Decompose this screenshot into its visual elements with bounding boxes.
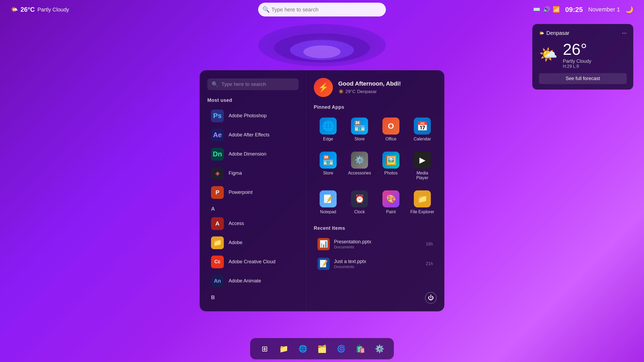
most-used-app-dn[interactable]: Dn Adobe Dimension	[207, 145, 299, 163]
figma-icon: ◈	[211, 167, 224, 180]
taskbar-store-button[interactable]: 🛍️	[352, 341, 368, 357]
taskbar-browser-button[interactable]: 🌐	[295, 341, 311, 357]
pinned-store[interactable]: 🏪 Store	[345, 114, 374, 145]
recent-item-2-left: 📝 Just a text.pptx Documents	[317, 257, 366, 270]
user-info: Good Afternoon, Abdi! ☀️ 29°C Denpasar	[338, 80, 401, 94]
store-label: Store	[354, 136, 365, 141]
recent-item-2-icon: 📝	[317, 257, 330, 270]
user-avatar: ⚡	[314, 78, 333, 97]
recent-item-2-time: 21h	[426, 261, 433, 266]
start-menu-right: ⚡ Good Afternoon, Abdi! ☀️ 29°C Denpasar…	[306, 70, 444, 311]
pinned-calendar[interactable]: 📅 Calendar	[408, 114, 437, 145]
mediaplayer-label: Media Player	[410, 170, 435, 180]
recent-item-2[interactable]: 📝 Just a text.pptx Documents 21h	[314, 254, 437, 273]
most-used-app-figma[interactable]: ◈ Figma	[207, 164, 299, 182]
weather-widget-hl: H:29 L:9	[563, 64, 591, 69]
power-button[interactable]: ⏻	[425, 292, 437, 303]
most-used-app-ppt[interactable]: P Powerpoint	[207, 183, 299, 201]
taskbar-edge-button[interactable]: 🌀	[333, 341, 349, 357]
topbar-search-icon: 🔍	[262, 6, 270, 13]
taskbar-folder-button[interactable]: 🗂️	[314, 341, 330, 357]
app-an[interactable]: An Adobe Animate	[207, 272, 299, 290]
weather-widget: 🌤️ Denpasar ··· 🌤️ 26° Partly Cloudy H:2…	[532, 24, 633, 90]
volume-icon[interactable]: 🔊	[543, 6, 550, 13]
pinned-mediaplayer[interactable]: ▶ Media Player	[408, 148, 437, 184]
widget-weather-icon-small: 🌤️	[539, 31, 544, 36]
taskbar-settings-button[interactable]: ⚙️	[371, 341, 387, 357]
weather-widget-main-icon: 🌤️	[539, 46, 558, 63]
taskbar: ⊞ 📁 🌐 🗂️ 🌀 🛍️ ⚙️	[0, 335, 644, 362]
pinned-paint[interactable]: 🎨 Paint	[377, 186, 405, 218]
store2-label: Store	[323, 170, 333, 175]
svg-point-3	[303, 45, 341, 58]
alpha-b-header: B	[211, 294, 295, 300]
taskbar-fileexplorer-button[interactable]: 📁	[276, 341, 292, 357]
taskbar-center: ⊞ 📁 🌐 🗂️ 🌀 🛍️ ⚙️	[250, 338, 394, 359]
pinned-clock[interactable]: ⏰ Clock	[345, 186, 374, 218]
calendar-label: Calendar	[414, 136, 431, 141]
moon-icon[interactable]: 🌙	[625, 6, 633, 13]
mediaplayer-icon: ▶	[414, 151, 431, 168]
recent-item-2-info: Just a text.pptx Documents	[334, 259, 366, 269]
pinned-store2[interactable]: 🏪 Store	[314, 148, 342, 184]
pinned-notepad[interactable]: 📝 Notepad	[314, 186, 342, 218]
taskbar-start-button[interactable]: ⊞	[257, 341, 273, 357]
edge-label: Edge	[323, 136, 333, 141]
weather-widget-header: 🌤️ Denpasar ···	[539, 30, 627, 36]
weather-forecast-btn[interactable]: See full forecast	[539, 73, 627, 84]
svg-point-2	[290, 40, 354, 60]
photos-icon: 🖼️	[382, 151, 399, 168]
ppt-icon: P	[211, 186, 224, 199]
figma-label: Figma	[229, 170, 242, 176]
weather-widget-body: 🌤️ 26° Partly Cloudy H:29 L:9	[539, 40, 627, 69]
svg-point-1	[274, 33, 370, 63]
adobe-label: Adobe	[229, 240, 242, 246]
pinned-apps-grid: 🌐 Edge 🏪 Store O Office 📅 Calendar 🏪 Sto…	[314, 114, 437, 218]
recent-item-2-loc: Documents	[334, 264, 366, 269]
topbar-system-icons: ⌨️ 🔊 📶	[533, 6, 560, 13]
most-used-app-ps[interactable]: Ps Adobe Photoshop	[207, 107, 299, 125]
weather-widget-city: Denpasar	[546, 30, 569, 36]
pinned-office[interactable]: O Office	[377, 114, 405, 145]
fileexplorer-label: File Explorer	[410, 209, 434, 214]
store-icon: 🏪	[351, 117, 368, 134]
app-adobe[interactable]: 📁 Adobe	[207, 234, 299, 252]
ps-label: Adobe Photoshop	[229, 113, 267, 119]
topbar-search-wrap: 🔍	[258, 3, 386, 16]
topbar-date: November 1	[588, 6, 620, 13]
recent-items-title: Recent Items	[314, 225, 437, 231]
access-label: Access	[229, 221, 244, 226]
recent-item-1-left: 📊 Presentation.pptx Documents	[317, 238, 371, 250]
pinned-accessories[interactable]: ⚙️ Accessories	[345, 148, 374, 184]
app-access[interactable]: A Access	[207, 214, 299, 232]
location-temp: 29°C	[345, 89, 356, 94]
location-weather-icon: ☀️	[338, 89, 344, 94]
svg-point-0	[258, 24, 386, 66]
office-label: Office	[385, 136, 397, 141]
topbar-search-input[interactable]	[258, 3, 386, 16]
store2-icon: 🏪	[320, 151, 337, 168]
notepad-icon: 📝	[320, 190, 337, 207]
notepad-label: Notepad	[320, 209, 336, 214]
recent-item-1[interactable]: 📊 Presentation.pptx Documents 16h	[314, 235, 437, 253]
topbar-condition: Partly Cloudy	[38, 7, 69, 13]
most-used-title: Most used	[207, 97, 299, 103]
user-location: ☀️ 29°C Denpasar	[338, 89, 401, 94]
dn-icon: Dn	[211, 148, 224, 160]
an-label: Adobe Animate	[229, 278, 261, 284]
recent-item-1-icon: 📊	[317, 238, 330, 250]
office-icon: O	[382, 117, 399, 134]
pinned-fileexplorer[interactable]: 📁 File Explorer	[408, 186, 437, 218]
pinned-edge[interactable]: 🌐 Edge	[314, 114, 342, 145]
most-used-app-ae[interactable]: Ae Adobe After Effects	[207, 126, 299, 144]
photos-label: Photos	[384, 170, 398, 175]
weather-widget-more-btn[interactable]: ···	[622, 30, 627, 36]
weather-widget-desc: Partly Cloudy	[563, 59, 591, 64]
accessories-icon: ⚙️	[351, 151, 368, 168]
topbar-temperature: 26°C	[20, 6, 35, 13]
start-search-input[interactable]	[221, 81, 294, 87]
pinned-photos[interactable]: 🖼️ Photos	[377, 148, 405, 184]
alpha-a-header: A	[211, 206, 295, 212]
wifi-icon[interactable]: 📶	[553, 6, 560, 13]
app-acc-cloud[interactable]: Cc Adobe Creative Cloud	[207, 253, 299, 271]
